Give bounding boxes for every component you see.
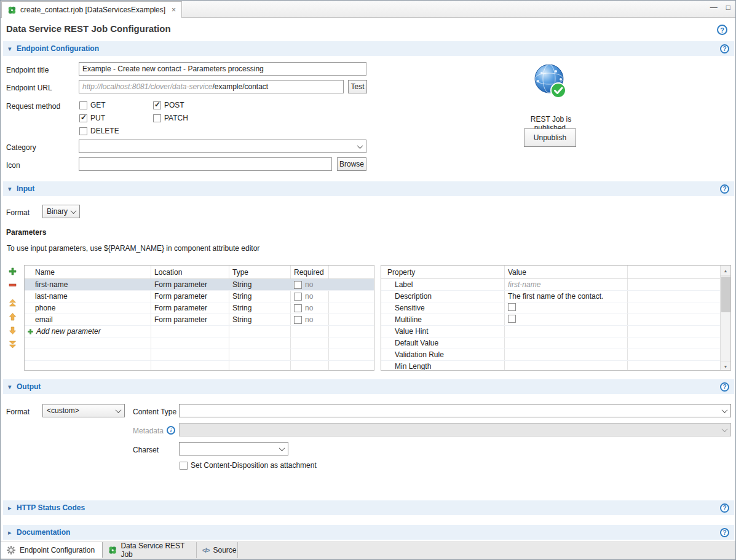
required-checkbox[interactable] (294, 304, 302, 312)
tab-source[interactable]: </> Source (197, 542, 238, 558)
unpublish-button[interactable]: Unpublish (524, 128, 576, 147)
metadata-info-icon[interactable]: i (167, 426, 175, 435)
multiline-checkbox[interactable] (508, 315, 516, 323)
required-checkbox[interactable] (294, 281, 302, 289)
content-disposition-label: Set Content-Disposition as attachment (191, 461, 317, 470)
method-post-checkbox[interactable]: POST (153, 101, 184, 109)
property-value[interactable]: The first name of the contact. (504, 292, 627, 301)
page-title: Data Service REST Job Configuration (6, 23, 171, 34)
method-patch-checkbox[interactable]: PATCH (153, 114, 188, 122)
section-title: Input (17, 184, 34, 193)
section-help-icon[interactable]: ? (720, 44, 729, 53)
checkbox[interactable] (153, 114, 161, 122)
endpoint-title-input[interactable] (79, 62, 366, 76)
checkbox[interactable] (153, 101, 161, 109)
metadata-label: Metadata (133, 427, 164, 435)
add-parameter-icon[interactable] (8, 267, 17, 276)
parameters-table-header: Name Location Type Required (25, 266, 374, 279)
section-collapsed-icon[interactable]: ▸ (8, 504, 17, 512)
move-top-icon[interactable] (8, 299, 17, 308)
param-name: first-name (25, 280, 151, 289)
section-output[interactable]: ▾ Output ? (3, 379, 734, 394)
section-endpoint-configuration[interactable]: ▾ Endpoint Configuration ? (3, 41, 734, 56)
section-expanded-icon[interactable]: ▾ (8, 45, 17, 53)
browse-button[interactable]: Browse (337, 157, 366, 171)
param-location: Form parameter (151, 280, 229, 289)
section-expanded-icon[interactable]: ▾ (8, 185, 17, 193)
remove-parameter-icon[interactable] (8, 280, 17, 290)
method-label: DELETE (90, 127, 119, 135)
checkbox[interactable] (79, 127, 87, 135)
property-value[interactable]: first-name (504, 280, 627, 289)
col-value: Value (504, 268, 627, 277)
category-label: Category (6, 143, 36, 152)
table-row[interactable]: last-name Form parameter String no (25, 291, 374, 302)
method-label: POST (164, 101, 184, 109)
close-icon[interactable]: × (172, 6, 176, 14)
table-row[interactable]: first-name Form parameter String no (25, 279, 374, 291)
section-documentation[interactable]: ▸ Documentation ? (3, 525, 734, 540)
required-value: no (305, 280, 313, 289)
content-disposition-checkbox[interactable]: Set Content-Disposition as attachment (180, 461, 317, 470)
test-button[interactable]: Test (348, 80, 367, 93)
category-dropdown[interactable] (79, 140, 366, 153)
tab-endpoint-configuration[interactable]: Endpoint Configuration (1, 542, 103, 558)
required-value: no (305, 292, 313, 301)
section-input[interactable]: ▾ Input ? (3, 181, 734, 196)
maximize-icon[interactable]: □ (726, 3, 730, 12)
section-help-icon[interactable]: ? (720, 503, 729, 513)
editor-tab[interactable]: create_contact.rjob [DataServicesExample… (1, 1, 182, 18)
add-parameter-icon (27, 328, 34, 335)
property-row[interactable]: Label first-name (381, 279, 730, 291)
move-up-icon[interactable] (8, 312, 17, 321)
scroll-down-icon[interactable]: ▼ (721, 361, 730, 371)
page-help-icon[interactable]: ? (717, 25, 727, 35)
property-row[interactable]: Sensitive (381, 302, 730, 314)
endpoint-url-input[interactable]: http://localhost:8081/clover/data-servic… (79, 80, 344, 93)
scrollbar-thumb[interactable] (721, 277, 730, 312)
sensitive-checkbox[interactable] (508, 303, 516, 311)
section-expanded-icon[interactable]: ▾ (8, 383, 17, 391)
parameters-hint: To use input parameters, use ${PARAM_NAM… (7, 244, 259, 253)
move-bottom-icon[interactable] (8, 339, 17, 349)
section-help-icon[interactable]: ? (720, 382, 729, 392)
section-collapsed-icon[interactable]: ▸ (8, 529, 17, 537)
content-type-dropdown[interactable] (179, 404, 731, 417)
property-row[interactable]: Description The first name of the contac… (381, 291, 730, 302)
source-icon: </> (202, 547, 209, 554)
table-row[interactable]: email Form parameter String no (25, 314, 374, 326)
checkbox[interactable] (79, 101, 87, 109)
property-row[interactable]: Validation Rule (381, 349, 730, 361)
required-checkbox[interactable] (294, 316, 302, 324)
chevron-down-icon (116, 407, 122, 413)
charset-dropdown[interactable] (179, 442, 288, 455)
section-http-status-codes[interactable]: ▸ HTTP Status Codes ? (3, 500, 734, 515)
scroll-up-icon[interactable]: ▲ (721, 266, 730, 276)
minimize-icon[interactable]: — (710, 3, 718, 12)
property-row[interactable]: Value Hint (381, 326, 730, 337)
section-title: Documentation (17, 528, 70, 537)
required-value: no (305, 304, 313, 312)
input-format-dropdown[interactable]: Binary (42, 205, 80, 218)
tab-label: Data Service REST Job (121, 542, 191, 559)
section-help-icon[interactable]: ? (720, 528, 729, 537)
properties-scrollbar[interactable]: ▲ ▼ (720, 266, 730, 371)
tab-data-service-rest-job[interactable]: Data Service REST Job (103, 542, 197, 558)
checkbox[interactable] (180, 462, 188, 470)
icon-input[interactable] (79, 157, 332, 171)
table-row[interactable]: phone Form parameter String no (25, 302, 374, 314)
output-format-dropdown[interactable]: <custom> (42, 404, 125, 417)
move-down-icon[interactable] (8, 326, 17, 335)
method-get-checkbox[interactable]: GET (79, 101, 106, 109)
add-parameter-row[interactable]: Add new parameter (25, 326, 374, 337)
checkbox[interactable] (79, 114, 87, 122)
property-row[interactable]: Multiline (381, 314, 730, 326)
property-row[interactable]: Min Length (381, 361, 730, 371)
section-help-icon[interactable]: ? (720, 184, 729, 194)
method-put-checkbox[interactable]: PUT (79, 114, 105, 122)
param-location: Form parameter (151, 292, 229, 301)
required-checkbox[interactable] (294, 293, 302, 301)
method-delete-checkbox[interactable]: DELETE (79, 127, 119, 135)
property-row[interactable]: Default Value (381, 337, 730, 349)
param-type: String (229, 280, 290, 289)
